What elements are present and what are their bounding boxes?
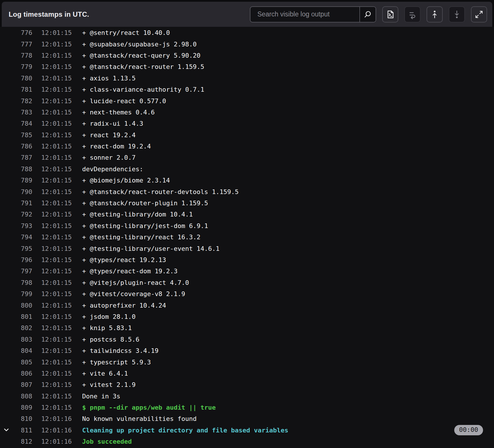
line-number[interactable]: 806 [13,370,32,377]
line-number[interactable]: 779 [13,63,32,70]
timestamp: 12:01:15 [41,302,72,309]
scroll-bottom-button[interactable] [449,6,465,22]
log-text: Job succeeded [82,438,494,445]
log-line: 778 12:01:15 + @tanstack/react-query 5.9… [0,50,494,61]
line-number[interactable]: 804 [13,347,32,354]
line-number[interactable]: 809 [13,404,32,411]
timestamp: 12:01:15 [41,131,72,139]
log-line: 799 12:01:15 + @vitest/coverage-v8 2.1.9 [0,288,494,300]
timestamp: 12:01:15 [41,41,72,48]
log-line[interactable]: 811 12:01:16 Cleaning up project directo… [0,425,494,436]
line-number[interactable]: 778 [13,52,32,59]
line-number[interactable]: 793 [13,222,32,229]
log-line: 807 12:01:15 + vitest 2.1.9 [0,379,494,390]
fullscreen-expand-icon [474,10,484,19]
raw-log-button[interactable] [382,6,398,22]
log-text: + @testing-library/jest-dom 6.9.1 [82,222,494,229]
line-number[interactable]: 790 [13,188,32,195]
log-text: + tailwindcss 3.4.19 [82,347,494,354]
search-button[interactable] [359,7,376,22]
log-text: No known vulnerabilities found [82,415,494,422]
log-text: + @testing-library/react 16.3.2 [82,234,494,241]
log-text: + react 19.2.4 [82,131,494,139]
log-line: 803 12:01:15 + postcss 8.5.6 [0,334,494,345]
line-number[interactable]: 797 [13,268,32,275]
line-number[interactable]: 794 [13,234,32,241]
line-number[interactable]: 811 [13,427,32,434]
wrap-lines-button[interactable] [404,6,421,22]
line-number[interactable]: 776 [13,29,32,36]
log-text: + @types/react 19.2.13 [82,256,494,263]
line-number[interactable]: 803 [13,336,32,343]
log-line: 808 12:01:15 Done in 3s [0,391,494,402]
log-text: + typescript 5.9.3 [82,359,494,366]
line-number[interactable]: 795 [13,245,32,252]
scroll-top-button[interactable] [427,6,443,22]
timestamp: 12:01:15 [41,404,72,411]
log-toolbar: Log timestamps in UTC. [2,2,492,27]
timestamp: 12:01:15 [41,63,72,70]
chevron-down-icon[interactable] [3,426,10,434]
log-text: + @vitest/coverage-v8 2.1.9 [82,290,494,298]
log-line: 790 12:01:15 + @tanstack/react-router-de… [0,186,494,197]
line-number[interactable]: 808 [13,393,32,400]
line-number[interactable]: 800 [13,302,32,309]
log-line: 810 12:01:16 No known vulnerabilities fo… [0,413,494,424]
log-line: 805 12:01:15 + typescript 5.9.3 [0,356,494,368]
line-number[interactable]: 777 [13,41,32,48]
job-log: 776 12:01:15 + @sentry/react 10.40.0 777… [0,27,494,448]
line-number[interactable]: 780 [13,75,32,82]
line-number[interactable]: 810 [13,415,32,422]
log-text: + react-dom 19.2.4 [82,143,494,150]
line-number[interactable]: 807 [13,381,32,388]
log-line: 796 12:01:15 + @types/react 19.2.13 [0,254,494,266]
line-number[interactable]: 792 [13,211,32,218]
file-terminal-icon [385,10,395,19]
log-line: 794 12:01:15 + @testing-library/react 16… [0,231,494,243]
timestamp: 12:01:15 [41,268,72,275]
log-line: 800 12:01:15 + autoprefixer 10.4.24 [0,300,494,311]
line-number[interactable]: 782 [13,97,32,105]
line-number[interactable]: 784 [13,120,32,127]
line-number[interactable]: 805 [13,359,32,366]
log-text: + @testing-library/user-event 14.6.1 [82,245,494,252]
line-number[interactable]: 787 [13,154,32,161]
log-line: 801 12:01:15 + jsdom 28.1.0 [0,311,494,322]
timestamp: 12:01:15 [41,290,72,298]
log-text: + vitest 2.1.9 [82,381,494,388]
line-number[interactable]: 781 [13,86,32,93]
line-number[interactable]: 789 [13,177,32,184]
log-text: + @sentry/react 10.40.0 [82,29,494,36]
log-text: Cleaning up project directory and file b… [82,427,454,434]
line-gutter [0,426,13,434]
line-number[interactable]: 783 [13,109,32,116]
line-number[interactable]: 796 [13,256,32,263]
line-number[interactable]: 791 [13,199,32,207]
log-text: + axios 1.13.5 [82,75,494,82]
log-line: 784 12:01:15 + radix-ui 1.4.3 [0,118,494,129]
timestamp: 12:01:15 [41,336,72,343]
fullscreen-button[interactable] [471,6,487,22]
log-line: 793 12:01:15 + @testing-library/jest-dom… [0,220,494,231]
log-text: + lucide-react 0.577.0 [82,97,494,105]
timestamp: 12:01:15 [41,52,72,59]
log-line: 809 12:01:15 $ pnpm --dir apps/web audit… [0,402,494,413]
timestamp: 12:01:15 [41,120,72,127]
line-number[interactable]: 785 [13,131,32,139]
wrap-lines-icon [408,10,417,19]
line-number[interactable]: 798 [13,279,32,286]
log-text: + @tanstack/react-router-devtools 1.159.… [82,188,494,195]
line-number[interactable]: 786 [13,143,32,150]
line-number[interactable]: 788 [13,165,32,173]
log-text: + class-variance-authority 0.7.1 [82,86,494,93]
line-number[interactable]: 799 [13,290,32,298]
timestamp: 12:01:15 [41,393,72,400]
log-line: 779 12:01:15 + @tanstack/react-router 1.… [0,61,494,72]
line-number[interactable]: 801 [13,313,32,320]
line-number[interactable]: 812 [13,438,32,445]
line-number[interactable]: 802 [13,324,32,332]
log-line: 786 12:01:15 + react-dom 19.2.4 [0,141,494,152]
log-text: + jsdom 28.1.0 [82,313,494,320]
log-text: devDependencies: [82,165,494,173]
search-input[interactable] [250,7,359,22]
